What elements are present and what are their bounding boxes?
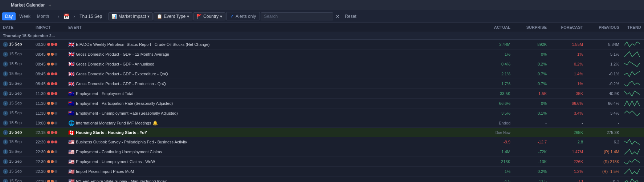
cell-impact: 22:30 [34,149,67,155]
table-row[interactable]: i 15 Sep22:30🇺🇸 Import Prices Import Pri… [0,167,644,177]
table-row[interactable]: i 15 Sep11:30🇦🇺 Employment - Participati… [0,99,644,108]
title-bar: ​ Market Calendar + [0,0,644,10]
info-icon[interactable]: i [3,159,8,164]
info-icon[interactable]: i [3,139,8,145]
country-dropdown[interactable]: 🚩 Country ▾ [193,12,225,20]
cell-event-name: 🇬🇧 Gross Domestic Product - GDP - Expend… [67,70,476,78]
event-type-dropdown[interactable]: 📋 Event Type ▾ [154,12,192,20]
cell-previous: 3.4% [584,110,621,116]
time-label: 00:30 [36,42,46,47]
cell-surprise: -12.7 [512,139,548,145]
market-impact-dropdown[interactable]: 📊 Market Impact ▾ [108,12,153,20]
cell-surprise: - [512,130,548,135]
cell-impact: 11:30 [34,91,67,96]
table-row[interactable]: i 15 Sep22:15🇨🇦 Housing Starts - Housing… [0,128,644,137]
cell-forecast: 1.4% [548,71,584,77]
cell-trend [621,137,643,147]
info-icon[interactable]: i [3,111,8,116]
cell-impact: 22:30 [34,178,67,182]
cell-date: i 15 Sep [1,100,34,107]
time-label: 11:30 [36,91,46,96]
info-icon[interactable]: i [3,71,8,76]
cell-trend [621,132,643,133]
week-button[interactable]: Week [16,12,33,20]
time-label: 22:15 [36,130,46,135]
cell-date: i 15 Sep [1,158,34,165]
cell-forecast: 3.4% [548,110,584,116]
cell-previous: (R) 1.4M [584,149,621,155]
col-previous: PREVIOUS [584,25,621,29]
cell-surprise: 892K [512,41,548,47]
time-label: 22:30 [36,169,46,174]
cell-event-name: 🌐 International Monetary Fund IMF Meetin… [67,119,476,127]
col-event: EVENT [67,25,476,29]
calendar-icon[interactable]: 📅 [62,13,71,19]
next-date-button[interactable]: › [72,13,77,20]
info-icon[interactable]: i [3,169,8,174]
cell-surprise: 0% [512,51,548,57]
cell-actual: 1.4M [476,149,512,155]
cell-impact: 22:30 [34,169,67,174]
table-row[interactable]: i 15 Sep11:30🇦🇺 Employment - Unemploymen… [0,108,644,118]
cell-trend [621,157,643,166]
alerts-only-button[interactable]: ✓ Alerts only [226,12,260,20]
cell-previous: -40.9K [584,91,621,96]
section-header: Thursday 15 September 2... [0,32,644,40]
cell-trend [621,50,643,59]
cell-actual: -1% [476,169,512,174]
table-row[interactable]: i 15 Sep22:30🇺🇸 Employment - Continuing … [0,147,644,157]
info-icon[interactable]: i [3,81,8,86]
info-icon[interactable]: i [3,91,8,96]
clear-search-button[interactable]: ✕ [334,13,341,19]
col-impact: IMPACT [34,25,67,29]
table-row[interactable]: i 15 Sep22:30🇺🇸 NY Fed Empire State Surv… [0,177,644,182]
cell-date: i 15 Sep [1,120,34,126]
cell-date: i 15 Sep [1,129,34,136]
table-row[interactable]: i 15 Sep22:30🇺🇸 Employment - Unemploymen… [0,157,644,167]
col-actual: ACTUAL [476,25,512,29]
search-input[interactable] [261,12,333,20]
info-icon[interactable]: i [3,42,8,47]
cell-actual: 213K [476,159,512,165]
table-row[interactable]: i 15 Sep11:30🇦🇺 Employment - Employment … [0,89,644,99]
cell-impact: 11:30 [34,100,67,106]
cell-forecast: 1.47M [548,149,584,155]
info-icon[interactable]: i [3,62,8,67]
day-button[interactable]: Day [2,12,16,20]
cell-surprise: - [512,120,548,126]
info-icon[interactable]: i [3,120,8,126]
cell-impact: 11:30 [34,110,67,116]
info-icon[interactable]: i [3,52,8,57]
reset-button[interactable]: Reset [342,12,359,20]
table-row[interactable]: i 15 Sep19:00🌐 International Monetary Fu… [0,118,644,128]
cell-surprise: 0.2% [512,169,548,174]
cell-surprise: -1.5K [512,91,548,96]
cell-actual: Due Now [476,130,512,135]
flag-icon: 🇬🇧 [68,51,74,57]
cell-event-name: 🇦🇺 Employment - Employment Total [67,90,476,97]
info-icon[interactable]: i [3,179,8,182]
flag-icon: 🇦🇺 [68,110,74,116]
cell-actual: 2.1% [476,71,512,77]
cell-actual: -1.5 [476,178,512,182]
cell-forecast: 1% [548,81,584,87]
time-label: 22:30 [36,179,46,182]
new-tab-button[interactable]: + [47,2,53,8]
info-icon[interactable]: i [3,101,8,106]
cell-event-name: 🇬🇧 Gross Domestic Product - GDP - Produc… [67,80,476,87]
table-container: Thursday 15 September 2... i 15 Sep00:30… [0,32,644,182]
time-label: 11:30 [36,111,46,115]
table-row[interactable]: i 15 Sep08:45🇬🇧 Gross Domestic Product -… [0,79,644,89]
prev-date-button[interactable]: ‹ [56,13,61,20]
info-icon[interactable]: i [3,130,8,135]
cell-previous: -0.2% [584,81,621,87]
table-row[interactable]: i 15 Sep08:45🇬🇧 Gross Domestic Product -… [0,59,644,69]
info-icon[interactable]: i [3,149,8,154]
table-row[interactable]: i 15 Sep08:45🇬🇧 Gross Domestic Product -… [0,69,644,79]
table-row[interactable]: i 15 Sep00:30🇬🇧 EIA/DOE Weekly Petroleum… [0,40,644,50]
table-row[interactable]: i 15 Sep22:30🇺🇸 Business Outlook Survey … [0,137,644,147]
month-button[interactable]: Month [34,12,52,20]
cell-date: i 15 Sep [1,90,34,97]
table-row[interactable]: i 15 Sep08:45🇬🇧 Gross Domestic Product -… [0,50,644,59]
cell-impact: 22:30 [34,139,67,145]
